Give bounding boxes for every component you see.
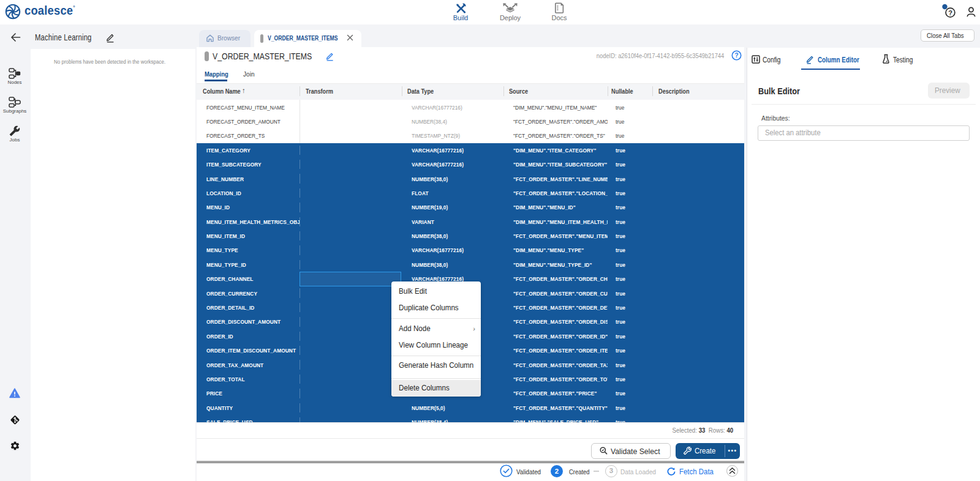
svg-text:?: ? — [734, 52, 738, 59]
svg-text:?: ? — [948, 9, 952, 17]
